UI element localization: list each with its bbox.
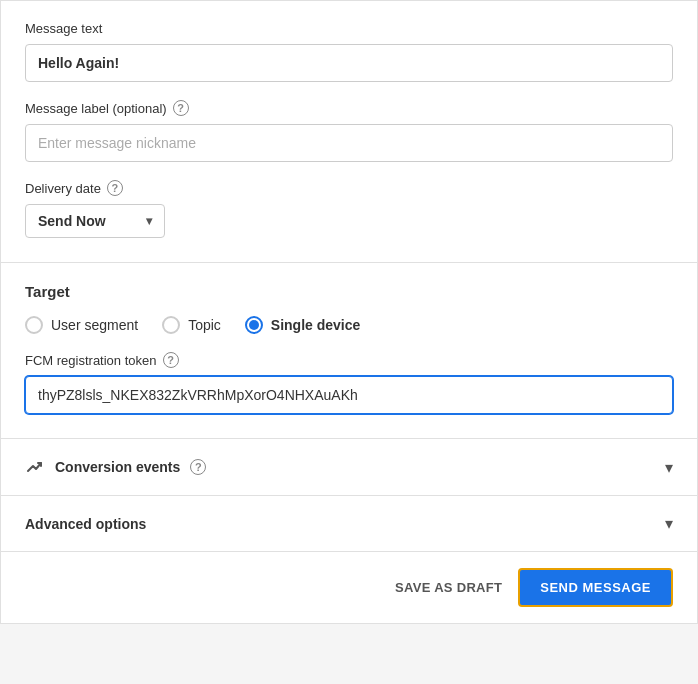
conversion-events-title: Conversion events ? [25,457,206,477]
message-label-label: Message label (optional) ? [25,100,673,116]
delivery-date-dropdown[interactable]: Send Now ▾ [25,204,165,238]
message-text-label: Message text [25,21,673,36]
target-section-title: Target [25,283,673,300]
fcm-token-input[interactable] [25,376,673,414]
radio-option-topic[interactable]: Topic [162,316,221,334]
conversion-events-icon [25,457,45,477]
send-message-button[interactable]: SEND MESSAGE [518,568,673,607]
conversion-events-title-text: Conversion events [55,459,180,475]
advanced-options-title: Advanced options [25,516,146,532]
delivery-date-label-text: Delivery date [25,181,101,196]
delivery-date-group: Delivery date ? Send Now ▾ [25,180,673,238]
conversion-events-help-icon[interactable]: ? [190,459,206,475]
conversion-events-chevron-icon: ▾ [665,458,673,477]
advanced-options-title-text: Advanced options [25,516,146,532]
footer-bar: SAVE AS DRAFT SEND MESSAGE [1,552,697,623]
message-label-help-icon[interactable]: ? [173,100,189,116]
fcm-token-group: FCM registration token ? [25,352,673,414]
message-text-group: Message text [25,21,673,82]
message-label-group: Message label (optional) ? [25,100,673,162]
message-label-label-text: Message label (optional) [25,101,167,116]
conversion-events-section[interactable]: Conversion events ? ▾ [1,439,697,496]
radio-option-single-device[interactable]: Single device [245,316,360,334]
main-container: Message text Message label (optional) ? … [0,0,698,624]
target-radio-group: User segment Topic Single device [25,316,673,334]
delivery-dropdown-chevron-icon: ▾ [146,214,152,228]
message-text-input[interactable] [25,44,673,82]
target-section: Target User segment Topic Single device … [1,263,697,439]
radio-option-user-segment[interactable]: User segment [25,316,138,334]
fcm-token-label: FCM registration token ? [25,352,673,368]
radio-label-topic: Topic [188,317,221,333]
message-text-label-text: Message text [25,21,102,36]
save-draft-button[interactable]: SAVE AS DRAFT [395,580,502,595]
advanced-options-chevron-icon: ▾ [665,514,673,533]
fcm-token-label-text: FCM registration token [25,353,157,368]
delivery-option-text: Send Now [38,213,106,229]
fcm-token-help-icon[interactable]: ? [163,352,179,368]
delivery-date-label: Delivery date ? [25,180,673,196]
radio-label-single-device: Single device [271,317,360,333]
form-section: Message text Message label (optional) ? … [1,1,697,263]
radio-circle-single-device [245,316,263,334]
radio-circle-user-segment [25,316,43,334]
advanced-options-section[interactable]: Advanced options ▾ [1,496,697,552]
message-label-input[interactable] [25,124,673,162]
radio-circle-topic [162,316,180,334]
radio-label-user-segment: User segment [51,317,138,333]
delivery-date-help-icon[interactable]: ? [107,180,123,196]
